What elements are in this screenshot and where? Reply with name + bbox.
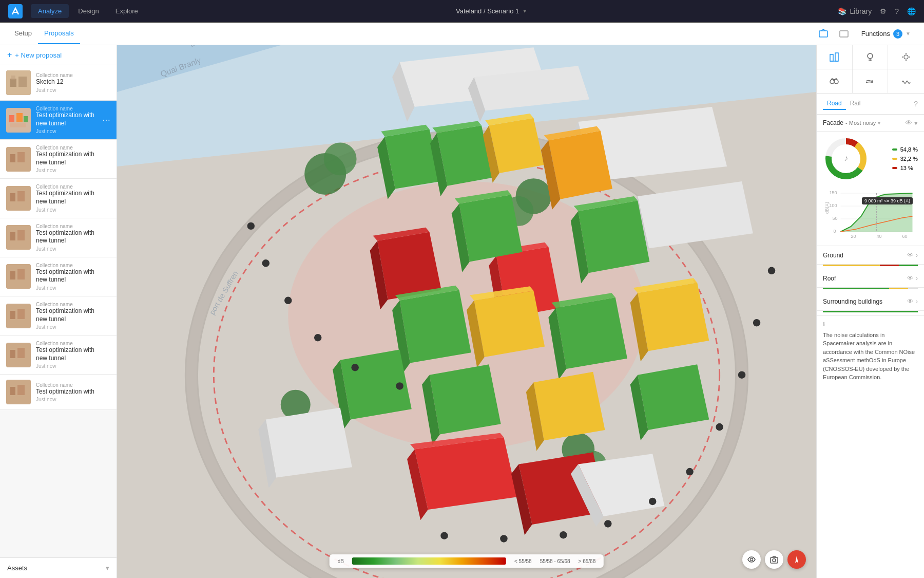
tree-icon-btn[interactable] [853,45,889,69]
facade-expand-icon[interactable]: ▾ [914,119,918,127]
sun-icon-btn[interactable] [888,45,924,69]
facade-label: Facade [823,119,843,126]
nav-tab-explore[interactable]: Explore [108,4,145,18]
svg-rect-17 [17,191,25,201]
sub-tab-proposals[interactable]: Proposals [38,23,80,44]
camera-map-btn[interactable] [765,550,783,569]
3d-view-btn[interactable] [815,26,832,42]
ground-label: Ground [823,252,907,259]
legend-green: 54,8 % [892,146,918,153]
proposal-item[interactable]: Collection name Test optimization with n… [0,257,117,296]
proposal-collection: Collection name [36,72,97,78]
proposal-time: Just now [36,397,97,402]
sub-tab-setup[interactable]: Setup [8,23,38,44]
globe-btn[interactable]: 🌐 [907,7,916,15]
proposal-item[interactable]: Collection name Test optimization with J… [0,375,117,410]
proposal-name: Test optimization with new tunnel [36,346,97,362]
ground-expand-icon[interactable]: › [916,252,918,259]
proposal-thumbnail [6,225,31,250]
map-area[interactable]: Quai Branly La Seine port de Suffren dB … [117,45,816,578]
legend-low: < 55/58 [514,558,532,564]
rp-help-icon[interactable]: ? [914,100,918,108]
surrounding-section-header[interactable]: Surrounding buildings 👁 › [817,292,924,311]
roof-expand-icon[interactable]: › [916,275,918,282]
svg-rect-128 [771,557,778,563]
svg-rect-22 [10,271,15,279]
noise-wave-icon-btn[interactable] [888,69,924,93]
svg-point-107 [262,259,270,267]
nav-tab-analyze[interactable]: Analyze [31,4,69,18]
binoculars-icon-btn[interactable] [817,69,853,93]
svg-rect-29 [17,348,25,358]
new-proposal-button[interactable]: + + New proposal [0,45,69,65]
proposal-item[interactable]: Collection name Test optimization with n… [0,140,117,179]
proposal-name: Test optimization with new tunnel [36,190,97,206]
eye-map-btn[interactable] [742,550,761,569]
surrounding-eye-icon[interactable]: 👁 [907,297,914,305]
wind-icon-btn[interactable] [853,69,889,93]
scenario-title[interactable]: Vateland / Scenario 1 ▼ [456,7,527,15]
svg-marker-91 [430,364,501,434]
proposal-item[interactable]: Collection name Test optimization with n… [0,179,117,218]
svg-rect-11 [10,123,26,127]
library-label: Library [850,7,872,15]
svg-rect-20 [17,230,25,240]
top-navigation: Analyze Design Explore Vateland / Scenar… [0,0,924,23]
assets-bar[interactable]: Assets ▾ [0,557,117,578]
svg-rect-132 [835,53,838,61]
surrounding-label: Surrounding buildings [823,298,907,305]
proposal-item[interactable]: Collection name Test optimization with n… [0,218,117,257]
svg-point-113 [753,319,760,326]
proposal-name: Test optimization with new tunnel [36,229,97,245]
svg-point-137 [904,55,908,59]
proposal-item[interactable]: Collection name Test optimization with n… [0,335,117,375]
svg-rect-31 [10,387,15,395]
proposal-name: Test optimization with new tunnel [36,307,97,323]
db-label: dB [338,558,344,564]
app-logo[interactable] [8,4,23,18]
svg-marker-74 [578,201,649,273]
functions-button[interactable]: Functions 3 ▼ [856,26,916,42]
svg-rect-0 [8,4,23,18]
svg-text:40: 40 [877,234,882,239]
book-icon: 📚 [838,7,846,15]
ground-section-header[interactable]: Ground 👁 › [817,246,924,265]
proposal-collection: Collection name [36,263,97,268]
proposal-collection: Collection name [36,341,97,346]
assets-label: Assets [7,564,27,572]
surrounding-expand-icon[interactable]: › [916,298,918,305]
svg-point-119 [560,531,567,538]
settings-btn[interactable]: ⚙ [880,7,887,15]
roof-section-header[interactable]: Roof 👁 › [817,269,924,288]
library-btn[interactable]: 📚 Library [838,7,872,15]
noise-chart: 150 100 50 0 20 40 60 [823,188,918,239]
svg-marker-77 [400,290,471,363]
nav-tab-design[interactable]: Design [71,4,106,18]
facade-eye-icon[interactable]: 👁 [905,119,912,127]
roof-eye-icon[interactable]: 👁 [907,274,914,282]
proposal-item[interactable]: Collection name Sketch 12 Just now ⋯ [0,65,117,101]
proposal-menu-icon[interactable]: ⋯ [102,115,110,125]
proposal-item-active[interactable]: Collection name Test optimization with n… [0,101,117,140]
svg-rect-26 [17,309,25,319]
2d-view-btn[interactable] [836,26,852,42]
proposal-item[interactable]: Collection name Test optimization with n… [0,296,117,335]
svg-point-121 [440,532,448,539]
nav-center: Vateland / Scenario 1 ▼ [145,7,838,15]
ground-eye-icon[interactable]: 👁 [907,251,914,259]
compass-btn[interactable] [787,550,806,569]
rp-tab-rail[interactable]: Rail [846,98,865,110]
roof-label: Roof [823,275,907,282]
help-btn[interactable]: ? [895,7,899,15]
rp-tab-road[interactable]: Road [823,98,846,110]
roof-section: Roof 👁 › [817,269,924,289]
help-icon: ? [895,7,899,15]
buildings-icon-btn[interactable] [817,45,853,69]
svg-rect-23 [17,269,25,279]
chart-area: 150 100 50 0 20 40 60 [817,186,924,246]
proposal-collection: Collection name [36,145,97,151]
legend-red: 13 % [892,165,918,171]
svg-rect-131 [830,54,833,61]
title-chevron: ▼ [522,8,527,14]
svg-point-127 [750,558,753,561]
